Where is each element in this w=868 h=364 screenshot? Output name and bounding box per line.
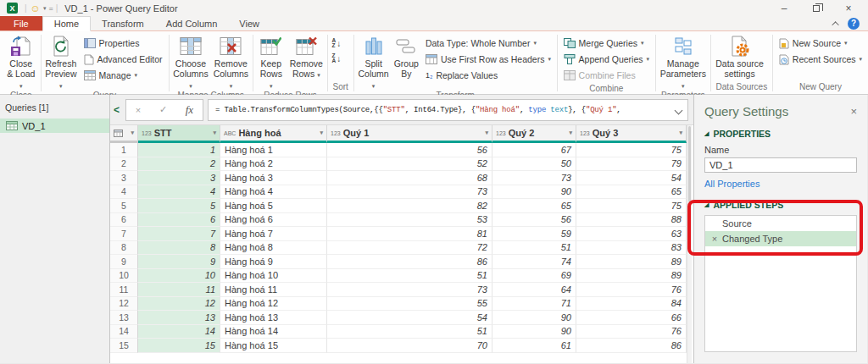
- cell-hang-hoa[interactable]: Hàng hoá 13: [220, 311, 327, 325]
- cell-quy-2[interactable]: 61: [492, 339, 576, 353]
- cancel-formula-icon[interactable]: ×: [136, 105, 141, 115]
- collapse-queries-pane-icon[interactable]: <: [112, 104, 121, 116]
- append-queries-button[interactable]: Append Queries ▾: [561, 52, 652, 67]
- row-number-cell[interactable]: 14: [110, 325, 138, 339]
- scrollbar-thumb[interactable]: [688, 126, 691, 202]
- all-properties-link[interactable]: All Properties: [694, 174, 867, 197]
- filter-icon[interactable]: ▾: [567, 130, 572, 136]
- row-number-cell[interactable]: 9: [110, 255, 138, 269]
- cell-quy-1[interactable]: 52: [327, 157, 492, 172]
- row-number-cell[interactable]: 6: [110, 213, 138, 228]
- cell-stt[interactable]: 14: [138, 325, 220, 339]
- cell-quy-2[interactable]: 71: [492, 297, 576, 312]
- cell-hang-hoa[interactable]: Hàng hoá 15: [220, 339, 327, 353]
- cell-stt[interactable]: 12: [138, 297, 220, 312]
- data-type-button[interactable]: Data Type: Whole Number ▾: [423, 36, 554, 51]
- cell-quy-3[interactable]: 83: [576, 241, 687, 256]
- cell-quy-1[interactable]: 68: [327, 171, 492, 185]
- remove-rows-button[interactable]: Remove Rows ▾: [287, 32, 326, 80]
- properties-button[interactable]: Properties: [81, 36, 165, 51]
- cell-quy-2[interactable]: 64: [492, 283, 576, 297]
- send-a-smile-icon[interactable]: ☺: [31, 3, 41, 14]
- row-number-cell[interactable]: 13: [110, 311, 138, 325]
- cell-quy-3[interactable]: 66: [576, 311, 687, 325]
- remove-columns-button[interactable]: Remove Columns ▾: [211, 32, 251, 90]
- cell-stt[interactable]: 3: [138, 171, 220, 185]
- data-source-settings-button[interactable]: Data source settings: [713, 32, 767, 80]
- cell-quy-3[interactable]: 79: [576, 157, 687, 172]
- tab-add-column[interactable]: Add Column: [155, 16, 229, 30]
- cell-quy-2[interactable]: 90: [492, 311, 576, 325]
- cell-quy-2[interactable]: 90: [492, 325, 576, 339]
- cell-stt[interactable]: 1: [138, 143, 220, 157]
- cell-quy-1[interactable]: 73: [327, 185, 492, 200]
- delete-step-icon[interactable]: ×: [709, 234, 720, 244]
- close-button[interactable]: ×: [832, 0, 865, 16]
- tab-file[interactable]: File: [0, 16, 42, 30]
- tab-transform[interactable]: Transform: [91, 16, 155, 30]
- cell-quy-2[interactable]: 90: [492, 185, 576, 200]
- cell-quy-1[interactable]: 55: [327, 297, 492, 312]
- cell-quy-1[interactable]: 73: [327, 283, 492, 297]
- expand-formula-icon[interactable]: [675, 106, 683, 114]
- use-first-row-as-headers-button[interactable]: Use First Row as Headers ▾: [423, 52, 554, 67]
- advanced-editor-button[interactable]: Advanced Editor: [81, 52, 165, 67]
- cell-quy-2[interactable]: 67: [492, 143, 576, 157]
- cell-hang-hoa[interactable]: Hàng hoá 8: [220, 241, 327, 256]
- select-all-header[interactable]: ▾: [110, 125, 138, 143]
- tab-view[interactable]: View: [228, 16, 270, 30]
- row-number-cell[interactable]: 2: [110, 157, 138, 172]
- cell-quy-2[interactable]: 56: [492, 213, 576, 228]
- row-number-cell[interactable]: 11: [110, 283, 138, 297]
- cell-stt[interactable]: 5: [138, 199, 220, 213]
- row-number-cell[interactable]: 15: [110, 339, 138, 353]
- qat-customize-icon[interactable]: =: [48, 4, 52, 13]
- cell-quy-1[interactable]: 70: [327, 339, 492, 353]
- cell-quy-2[interactable]: 74: [492, 255, 576, 269]
- tab-home[interactable]: Home: [42, 16, 91, 31]
- replace-values-button[interactable]: 1₂ Replace Values: [423, 68, 554, 83]
- query-name-input[interactable]: VD_1: [704, 157, 857, 173]
- cell-quy-2[interactable]: 50: [492, 157, 576, 172]
- cell-quy-3[interactable]: 86: [576, 339, 687, 353]
- cell-quy-3[interactable]: 84: [576, 297, 687, 312]
- cell-hang-hoa[interactable]: Hàng hoá 12: [220, 297, 327, 312]
- column-header-stt[interactable]: 123 STT ▾: [138, 125, 220, 143]
- cell-stt[interactable]: 2: [138, 157, 220, 172]
- cell-quy-1[interactable]: 56: [327, 143, 492, 157]
- row-number-cell[interactable]: 12: [110, 297, 138, 312]
- cell-quy-1[interactable]: 81: [327, 227, 492, 241]
- row-number-cell[interactable]: 8: [110, 241, 138, 256]
- cell-stt[interactable]: 9: [138, 255, 220, 269]
- column-header-quy-2[interactable]: 123 Quý 2 ▾: [492, 125, 576, 143]
- cell-quy-3[interactable]: 76: [576, 283, 687, 297]
- cell-hang-hoa[interactable]: Hàng hoá 2: [220, 157, 327, 172]
- vertical-scrollbar[interactable]: [687, 125, 692, 363]
- fx-icon[interactable]: fx: [186, 103, 193, 117]
- cell-quy-3[interactable]: 63: [576, 227, 687, 241]
- cell-stt[interactable]: 7: [138, 227, 220, 241]
- cell-quy-2[interactable]: 69: [492, 269, 576, 284]
- new-source-button[interactable]: New Source ▾: [776, 36, 865, 51]
- cell-quy-1[interactable]: 86: [327, 255, 492, 269]
- cell-quy-3[interactable]: 88: [576, 213, 687, 228]
- sort-descending-button[interactable]: ZA ↓: [330, 52, 344, 65]
- cell-quy-1[interactable]: 82: [327, 199, 492, 213]
- column-header-hang-hoa[interactable]: ABC Hàng hoá ▾: [220, 125, 327, 143]
- refresh-preview-button[interactable]: Refresh Preview ▾: [42, 32, 79, 90]
- cell-quy-1[interactable]: 72: [327, 241, 492, 256]
- formula-input[interactable]: = Table.TransformColumnTypes(Source,{{"S…: [208, 99, 688, 121]
- cell-quy-3[interactable]: 76: [576, 325, 687, 339]
- cell-hang-hoa[interactable]: Hàng hoá 14: [220, 325, 327, 339]
- properties-section-header[interactable]: ◢ PROPERTIES: [694, 126, 867, 141]
- cell-stt[interactable]: 8: [138, 241, 220, 256]
- cell-quy-1[interactable]: 54: [327, 311, 492, 325]
- cell-stt[interactable]: 15: [138, 339, 220, 353]
- cell-stt[interactable]: 10: [138, 269, 220, 284]
- cell-quy-1[interactable]: 51: [327, 325, 492, 339]
- filter-icon[interactable]: ▾: [483, 130, 488, 136]
- cell-quy-3[interactable]: 89: [576, 269, 687, 284]
- recent-sources-button[interactable]: Recent Sources ▾: [776, 52, 865, 67]
- manage-parameters-button[interactable]: Manage Parameters ▾: [658, 32, 709, 90]
- cell-quy-3[interactable]: 75: [576, 143, 687, 157]
